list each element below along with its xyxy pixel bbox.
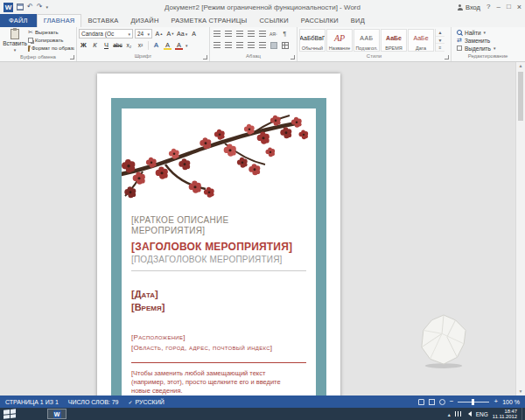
clear-formatting-button[interactable]: А: [189, 29, 199, 38]
font-color-dropdown-icon[interactable]: ▾: [186, 43, 188, 48]
styles-scroll-up-icon[interactable]: ▲: [436, 29, 444, 37]
format-painter-button[interactable]: Формат по образцу: [28, 45, 74, 52]
tab-page-layout[interactable]: РАЗМЕТКА СТРАНИЦЫ: [165, 14, 254, 27]
tab-view[interactable]: ВИД: [345, 14, 371, 27]
event-description-placeholder[interactable]: [КРАТКОЕ ОПИСАНИЕ МЕРОПРИЯТИЯ]: [131, 215, 280, 236]
sort-button[interactable]: АЯ↓: [269, 29, 278, 38]
tab-insert[interactable]: ВСТАВКА: [81, 14, 124, 27]
tab-references[interactable]: ССЫЛКИ: [253, 14, 294, 27]
style-title-name: Название: [329, 46, 351, 51]
help-icon[interactable]: ?: [486, 3, 490, 11]
shading-button[interactable]: [269, 40, 278, 50]
show-marks-button[interactable]: ¶: [280, 29, 290, 38]
bullets-button[interactable]: [212, 29, 221, 38]
language-status[interactable]: ✓ РУССКИЙ: [129, 399, 164, 405]
cut-button[interactable]: ✂ Вырезать: [28, 29, 74, 36]
scroll-up-icon[interactable]: ▲: [516, 62, 525, 70]
start-button[interactable]: [4, 409, 16, 418]
replace-button[interactable]: ⇄ Заменить: [457, 37, 522, 44]
subscript-button[interactable]: x₂: [124, 40, 134, 50]
font-dialog-launcher[interactable]: [203, 55, 207, 60]
zoom-in-icon[interactable]: +: [494, 398, 498, 405]
style-title[interactable]: АР Название: [326, 29, 353, 52]
scrollbar-thumb[interactable]: [518, 72, 523, 121]
zoom-slider-thumb[interactable]: [472, 399, 474, 405]
line-spacing-button[interactable]: [257, 40, 267, 50]
align-left-button[interactable]: [212, 40, 221, 50]
strikethrough-button[interactable]: abc: [113, 40, 122, 50]
numbering-button[interactable]: [223, 29, 233, 38]
tab-file[interactable]: ФАЙЛ: [0, 14, 37, 27]
tab-design[interactable]: ДИЗАЙН: [125, 14, 165, 27]
volume-icon[interactable]: [466, 411, 472, 416]
select-button[interactable]: Выделить ▾: [457, 45, 522, 52]
web-layout-icon[interactable]: [439, 399, 445, 405]
underline-button[interactable]: Ч: [102, 40, 111, 50]
find-button[interactable]: Найти ▾: [457, 29, 522, 36]
style-time[interactable]: АаБе ВРЕМЯ: [381, 29, 407, 52]
change-case-button[interactable]: Аа▾: [177, 29, 187, 38]
tab-home[interactable]: ГЛАВНАЯ: [37, 14, 82, 27]
paragraph-dialog-launcher[interactable]: [290, 55, 295, 60]
address-placeholder[interactable]: [Область, город, адрес, почтовый индекс]: [131, 344, 306, 352]
clipboard-dialog-launcher[interactable]: [70, 55, 74, 60]
maximize-button[interactable]: □: [507, 3, 511, 11]
language-indicator[interactable]: ENG: [476, 411, 488, 417]
tray-expand-icon[interactable]: ▴: [448, 411, 451, 417]
show-desktop-button[interactable]: [522, 408, 525, 420]
styles-more-icon[interactable]: ≡: [436, 44, 444, 52]
bold-button[interactable]: Ж: [79, 40, 88, 50]
event-title-placeholder[interactable]: [ЗАГОЛОВОК МЕРОПРИЯТИЯ]: [131, 241, 306, 253]
copy-button[interactable]: Копировать: [28, 37, 74, 44]
redo-icon[interactable]: ↷: [37, 3, 43, 11]
zoom-level[interactable]: 100 %: [502, 399, 520, 405]
location-placeholder[interactable]: [Расположение]: [131, 333, 306, 341]
increase-indent-button[interactable]: [257, 29, 267, 38]
grow-font-button[interactable]: А▴: [154, 29, 164, 38]
zoom-slider[interactable]: [458, 402, 489, 402]
italic-button[interactable]: К: [90, 40, 100, 50]
network-icon[interactable]: [455, 411, 461, 416]
tab-mailings[interactable]: РАССЫЛКИ: [295, 14, 345, 27]
paste-button[interactable]: Вставить ▾: [2, 29, 28, 52]
taskbar-word-button[interactable]: W: [47, 409, 66, 419]
signin-link[interactable]: Вход: [457, 4, 480, 11]
highlight-color-button[interactable]: А: [163, 40, 172, 50]
styles-scroll-down-icon[interactable]: ▼: [436, 37, 444, 45]
undo-icon[interactable]: ↶: [27, 3, 33, 11]
shrink-font-button[interactable]: А▾: [165, 29, 175, 38]
minimize-button[interactable]: –: [496, 3, 500, 11]
decrease-indent-button[interactable]: [246, 29, 256, 38]
read-mode-icon[interactable]: [418, 399, 424, 405]
text-effects-button[interactable]: А: [151, 40, 161, 50]
print-layout-icon[interactable]: [429, 399, 435, 405]
style-date[interactable]: АаБе Дата: [408, 29, 434, 52]
multilevel-list-button[interactable]: [234, 29, 244, 38]
style-normal[interactable]: АаБбВвГ Обычный: [299, 29, 326, 52]
qat-dropdown-icon[interactable]: ▾: [46, 4, 48, 10]
align-center-button[interactable]: [223, 40, 233, 50]
save-icon[interactable]: [17, 4, 24, 10]
page-indicator[interactable]: СТРАНИЦА 1 ИЗ 1: [5, 399, 59, 405]
font-size-select[interactable]: 24 ▾: [135, 29, 152, 38]
cherry-blossom-image[interactable]: [122, 108, 316, 212]
style-subtitle[interactable]: ААБ Подзагол.: [354, 29, 380, 52]
font-color-button[interactable]: А: [174, 40, 184, 50]
close-button[interactable]: ×: [517, 3, 522, 11]
clock[interactable]: 18:47 11.11.2012: [493, 409, 517, 420]
word-count[interactable]: ЧИСЛО СЛОВ: 79: [68, 399, 119, 405]
styles-dialog-launcher[interactable]: [444, 55, 449, 60]
zoom-out-icon[interactable]: −: [450, 398, 454, 405]
font-family-select[interactable]: Candara (Oc ▾: [79, 29, 133, 38]
scroll-down-icon[interactable]: ▼: [516, 388, 525, 396]
align-right-button[interactable]: [234, 40, 244, 50]
document-page[interactable]: [КРАТКОЕ ОПИСАНИЕ МЕРОПРИЯТИЯ] [ЗАГОЛОВО…: [97, 74, 340, 396]
borders-button[interactable]: [280, 40, 290, 50]
justify-button[interactable]: [246, 40, 256, 50]
vertical-scrollbar[interactable]: ▲ ▼: [515, 62, 525, 396]
time-placeholder[interactable]: [Время]: [131, 302, 306, 312]
superscript-button[interactable]: x²: [136, 40, 145, 50]
event-subtitle-placeholder[interactable]: [ПОДЗАГОЛОВОК МЕРОПРИЯТИЯ]: [131, 255, 306, 264]
date-placeholder[interactable]: [Дата]: [131, 289, 306, 299]
body-hint-text[interactable]: [Чтобы заменить любой замещающий текст (…: [131, 369, 296, 396]
